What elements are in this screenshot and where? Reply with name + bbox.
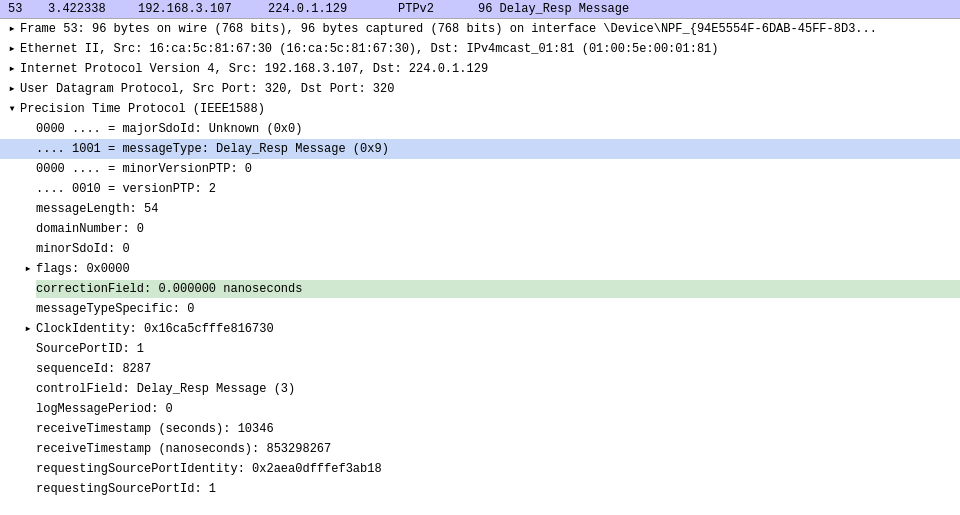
tree-label-majorSdoId: 0000 .... = majorSdoId: Unknown (0x0) — [36, 120, 960, 138]
tree-label-flags: flags: 0x0000 — [36, 260, 960, 278]
tree-item-sourcePortID[interactable]: SourcePortID: 1 — [0, 339, 960, 359]
expander-ptp[interactable]: ▾ — [4, 100, 20, 118]
tree-label-controlField: controlField: Delay_Resp Message (3) — [36, 380, 960, 398]
tree-item-controlField[interactable]: controlField: Delay_Resp Message (3) — [0, 379, 960, 399]
tree-label-ethernet: Ethernet II, Src: 16:ca:5c:81:67:30 (16:… — [20, 40, 960, 58]
col-dst: 224.0.1.129 — [264, 2, 394, 16]
tree-item-minorVersionPTP[interactable]: 0000 .... = minorVersionPTP: 0 — [0, 159, 960, 179]
tree-item-requestingSourcePortId[interactable]: requestingSourcePortId: 1 — [0, 479, 960, 499]
tree-label-receiveTimestampNano: receiveTimestamp (nanoseconds): 85329826… — [36, 440, 960, 458]
tree-item-receiveTimestampNano[interactable]: receiveTimestamp (nanoseconds): 85329826… — [0, 439, 960, 459]
tree-label-messageLength: messageLength: 54 — [36, 200, 960, 218]
tree-item-frame[interactable]: ▸Frame 53: 96 bytes on wire (768 bits), … — [0, 19, 960, 39]
tree-item-flags[interactable]: ▸flags: 0x0000 — [0, 259, 960, 279]
tree-label-ptp: Precision Time Protocol (IEEE1588) — [20, 100, 960, 118]
tree-label-sourcePortID: SourcePortID: 1 — [36, 340, 960, 358]
tree-item-ptp[interactable]: ▾Precision Time Protocol (IEEE1588) — [0, 99, 960, 119]
tree-item-minorSdoId[interactable]: minorSdoId: 0 — [0, 239, 960, 259]
expander-ip[interactable]: ▸ — [4, 60, 20, 78]
tree-item-versionPTP[interactable]: .... 0010 = versionPTP: 2 — [0, 179, 960, 199]
expander-frame[interactable]: ▸ — [4, 20, 20, 38]
tree-item-messageType[interactable]: .... 1001 = messageType: Delay_Resp Mess… — [0, 139, 960, 159]
tree-label-versionPTP: .... 0010 = versionPTP: 2 — [36, 180, 960, 198]
packet-detail-tree: ▸Frame 53: 96 bytes on wire (768 bits), … — [0, 19, 960, 508]
expander-flags[interactable]: ▸ — [20, 260, 36, 278]
tree-label-requestingSourcePortIdentity: requestingSourcePortIdentity: 0x2aea0dff… — [36, 460, 960, 478]
col-info: 96 Delay_Resp Message — [474, 2, 956, 16]
tree-item-logMessagePeriod[interactable]: logMessagePeriod: 0 — [0, 399, 960, 419]
tree-item-domainNumber[interactable]: domainNumber: 0 — [0, 219, 960, 239]
tree-label-minorVersionPTP: 0000 .... = minorVersionPTP: 0 — [36, 160, 960, 178]
col-number: 53 — [4, 2, 44, 16]
tree-label-minorSdoId: minorSdoId: 0 — [36, 240, 960, 258]
tree-item-majorSdoId[interactable]: 0000 .... = majorSdoId: Unknown (0x0) — [0, 119, 960, 139]
tree-item-requestingSourcePortIdentity[interactable]: requestingSourcePortIdentity: 0x2aea0dff… — [0, 459, 960, 479]
packet-list-row[interactable]: 53 3.422338 192.168.3.107 224.0.1.129 PT… — [0, 0, 960, 19]
tree-item-clockIdentity[interactable]: ▸ClockIdentity: 0x16ca5cfffe816730 — [0, 319, 960, 339]
tree-label-domainNumber: domainNumber: 0 — [36, 220, 960, 238]
expander-clockIdentity[interactable]: ▸ — [20, 320, 36, 338]
col-src: 192.168.3.107 — [134, 2, 264, 16]
tree-label-messageType: .... 1001 = messageType: Delay_Resp Mess… — [36, 140, 960, 158]
tree-item-receiveTimestampSec[interactable]: receiveTimestamp (seconds): 10346 — [0, 419, 960, 439]
tree-label-correctionField: correctionField: 0.000000 nanoseconds — [36, 280, 960, 298]
expander-udp[interactable]: ▸ — [4, 80, 20, 98]
tree-label-receiveTimestampSec: receiveTimestamp (seconds): 10346 — [36, 420, 960, 438]
tree-label-requestingSourcePortId: requestingSourcePortId: 1 — [36, 480, 960, 498]
tree-item-sequenceId[interactable]: sequenceId: 8287 — [0, 359, 960, 379]
tree-label-frame: Frame 53: 96 bytes on wire (768 bits), 9… — [20, 20, 960, 38]
expander-ethernet[interactable]: ▸ — [4, 40, 20, 58]
tree-item-messageLength[interactable]: messageLength: 54 — [0, 199, 960, 219]
tree-label-ip: Internet Protocol Version 4, Src: 192.16… — [20, 60, 960, 78]
tree-item-messageTypeSpecific[interactable]: messageTypeSpecific: 0 — [0, 299, 960, 319]
tree-item-correctionField[interactable]: correctionField: 0.000000 nanoseconds — [0, 279, 960, 299]
tree-item-ip[interactable]: ▸Internet Protocol Version 4, Src: 192.1… — [0, 59, 960, 79]
tree-label-logMessagePeriod: logMessagePeriod: 0 — [36, 400, 960, 418]
col-time: 3.422338 — [44, 2, 134, 16]
tree-label-sequenceId: sequenceId: 8287 — [36, 360, 960, 378]
tree-item-udp[interactable]: ▸User Datagram Protocol, Src Port: 320, … — [0, 79, 960, 99]
tree-label-messageTypeSpecific: messageTypeSpecific: 0 — [36, 300, 960, 318]
tree-label-udp: User Datagram Protocol, Src Port: 320, D… — [20, 80, 960, 98]
tree-label-clockIdentity: ClockIdentity: 0x16ca5cfffe816730 — [36, 320, 960, 338]
tree-item-ethernet[interactable]: ▸Ethernet II, Src: 16:ca:5c:81:67:30 (16… — [0, 39, 960, 59]
col-protocol: PTPv2 — [394, 2, 474, 16]
